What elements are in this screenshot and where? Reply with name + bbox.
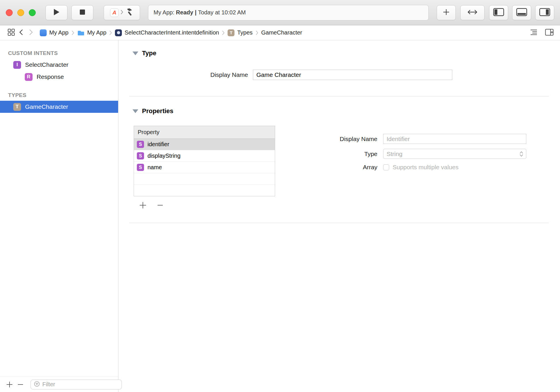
toolbar: A My App: Ready | Today at 10:02 AM <box>0 0 560 25</box>
detail-array-label: Array <box>320 164 377 171</box>
go-forward-button[interactable] <box>26 28 36 38</box>
jump-bar: My App My App SelectCharacterIntent.inte… <box>0 25 560 40</box>
toggle-navigator-button[interactable] <box>489 5 508 20</box>
editor-options-icon[interactable] <box>530 29 538 37</box>
bottom-panel-icon <box>516 8 527 18</box>
breadcrumb-separator-icon <box>71 30 74 35</box>
disclosure-triangle-icon[interactable] <box>133 109 138 113</box>
scheme-selector[interactable]: A <box>104 5 140 20</box>
breadcrumb-gamecharacter[interactable]: GameCharacter <box>261 29 302 36</box>
display-name-input[interactable] <box>253 70 452 80</box>
sidebar-section-custom-intents: CUSTOM INTENTS <box>0 48 118 59</box>
related-items-button[interactable] <box>6 28 16 38</box>
table-header-property: Property <box>134 126 275 139</box>
breadcrumb-label: My App <box>49 29 69 36</box>
property-detail-form: Display Name Type String Array <box>320 126 526 176</box>
dropdown-stepper-icon <box>519 151 524 157</box>
breadcrumb-project[interactable]: My App <box>40 29 69 36</box>
intent-icon: I <box>13 61 21 69</box>
property-name: identifier <box>147 141 169 148</box>
filter-input[interactable] <box>42 381 119 388</box>
breadcrumb-label: Types <box>237 29 252 36</box>
right-panel-icon <box>539 8 550 18</box>
section-title: Properties <box>142 107 173 115</box>
table-actions <box>139 201 275 210</box>
table-row-identifier[interactable]: S identifier <box>134 139 275 150</box>
breadcrumb-label: SelectCharacterIntent.intentdefinition <box>124 29 219 36</box>
detail-display-name-input[interactable] <box>383 134 526 144</box>
go-back-button[interactable] <box>16 28 26 38</box>
intent-editor: Type Display Name Properties Property S <box>118 40 560 392</box>
table-row-name[interactable]: S name <box>134 162 275 173</box>
breadcrumb-label: My App <box>87 29 107 36</box>
breadcrumb-separator-icon <box>256 30 258 35</box>
string-property-icon: S <box>137 152 144 159</box>
supports-multiple-values-label: Supports multiple values <box>393 164 459 171</box>
project-navigator-sidebar: CUSTOM INTENTS I SelectCharacter R Respo… <box>0 40 118 392</box>
supports-multiple-values-checkbox[interactable] <box>383 164 389 170</box>
section-divider <box>129 223 549 223</box>
breadcrumb-file[interactable]: SelectCharacterIntent.intentdefinition <box>115 29 219 36</box>
left-panel-icon <box>493 8 504 18</box>
status-state: Ready | <box>176 9 198 16</box>
activity-status-bar: My App: Ready | Today at 10:02 AM <box>148 5 429 20</box>
traffic-lights <box>6 9 36 16</box>
play-icon <box>53 8 60 17</box>
chevron-right-icon <box>120 9 123 16</box>
hammer-icon <box>125 8 134 18</box>
sidebar-item-label: SelectCharacter <box>25 61 69 68</box>
display-name-label: Display Name <box>118 71 248 78</box>
display-name-row: Display Name <box>118 70 560 80</box>
properties-section-header: Properties <box>133 107 560 115</box>
status-timestamp: Today at 10:02 AM <box>198 9 246 16</box>
type-icon: T <box>228 29 234 36</box>
close-window-button[interactable] <box>6 9 13 16</box>
detail-array-row: Array Supports multiple values <box>320 164 526 171</box>
breadcrumb: My App My App SelectCharacterIntent.inte… <box>40 29 302 36</box>
breadcrumb-group[interactable]: My App <box>77 29 107 36</box>
code-review-button[interactable] <box>460 5 485 20</box>
toggle-debug-area-button[interactable] <box>512 5 531 20</box>
detail-display-name-row: Display Name <box>320 134 526 144</box>
response-icon: R <box>25 73 33 81</box>
run-button[interactable] <box>46 5 67 20</box>
detail-type-row: Type String <box>320 149 526 159</box>
section-divider <box>129 96 549 96</box>
related-items-grid-icon <box>7 28 15 37</box>
project-icon <box>40 29 47 36</box>
sidebar-item-response[interactable]: R Response <box>0 71 118 83</box>
minimize-window-button[interactable] <box>17 9 24 16</box>
sidebar-bottom-bar <box>0 376 118 392</box>
detail-type-label: Type <box>320 151 377 157</box>
table-row-empty <box>134 173 275 185</box>
chevron-left-icon <box>19 29 23 37</box>
filter-field[interactable] <box>31 380 122 389</box>
xcode-window: A My App: Ready | Today at 10:02 AM <box>0 0 560 392</box>
remove-property-button[interactable] <box>156 201 164 210</box>
add-item-button[interactable] <box>6 380 13 389</box>
section-title: Type <box>142 50 156 57</box>
filter-icon <box>34 381 40 388</box>
add-toolbar-button[interactable] <box>437 5 456 20</box>
breadcrumb-label: GameCharacter <box>261 29 302 36</box>
chevron-right-icon <box>29 29 33 37</box>
disclosure-triangle-icon[interactable] <box>133 52 138 55</box>
sidebar-item-gamecharacter[interactable]: T GameCharacter <box>0 101 118 113</box>
zoom-window-button[interactable] <box>29 9 36 16</box>
add-editor-icon[interactable] <box>545 29 554 37</box>
type-dropdown-value: String <box>387 151 402 157</box>
sidebar-item-label: GameCharacter <box>25 103 68 110</box>
breadcrumb-types[interactable]: T Types <box>228 29 252 36</box>
remove-item-button[interactable] <box>17 380 24 389</box>
property-name: name <box>147 164 162 171</box>
add-property-button[interactable] <box>139 201 147 210</box>
left-right-arrows-icon <box>467 9 478 17</box>
table-row-displaystring[interactable]: S displayString <box>134 150 275 162</box>
sidebar-item-selectcharacter[interactable]: I SelectCharacter <box>0 59 118 71</box>
string-property-icon: S <box>137 141 144 148</box>
stop-button[interactable] <box>71 5 93 20</box>
window-body: CUSTOM INTENTS I SelectCharacter R Respo… <box>0 40 560 392</box>
type-icon: T <box>13 103 21 111</box>
toggle-inspector-button[interactable] <box>535 5 554 20</box>
type-dropdown[interactable]: String <box>383 149 526 159</box>
